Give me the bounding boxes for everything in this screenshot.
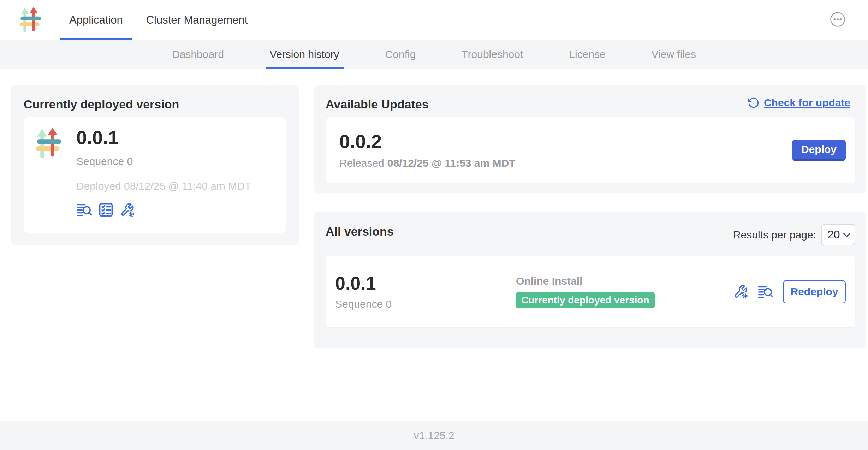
subnav-item-config[interactable]: Config bbox=[381, 40, 420, 69]
subnav-label-dashboard: Dashboard bbox=[172, 48, 224, 60]
update-version-number: 0.0.2 bbox=[339, 131, 516, 152]
available-updates-card: Available Updates Check for update 0.0.2… bbox=[314, 85, 866, 193]
app-logo bbox=[20, 0, 42, 40]
available-update-row: 0.0.2 Released08/12/25 @ 11:53 am MDT De… bbox=[326, 117, 855, 183]
update-released-timestamp: Released08/12/25 @ 11:53 am MDT bbox=[339, 157, 516, 169]
refresh-icon bbox=[748, 97, 760, 109]
version-row: 0.0.1 Sequence 0 Online Install Currentl… bbox=[326, 256, 855, 328]
subnav-label-view-files: View files bbox=[652, 48, 696, 60]
subnav-item-troubleshoot[interactable]: Troubleshoot bbox=[457, 40, 527, 69]
tab-application[interactable]: Application bbox=[60, 0, 132, 40]
version-row-status: Online Install Currently deployed versio… bbox=[516, 275, 655, 309]
currently-deployed-card: Currently deployed version 0.0.1 Sequenc… bbox=[11, 85, 299, 245]
view-logs-icon bbox=[757, 284, 774, 300]
version-row-actions: Redeploy bbox=[733, 280, 846, 303]
subnav-item-view-files[interactable]: View files bbox=[647, 40, 700, 69]
current-version-number: 0.0.1 bbox=[76, 127, 251, 148]
preflight-checks-icon bbox=[98, 202, 114, 218]
edit-config-icon bbox=[733, 284, 748, 300]
released-prefix: Released bbox=[339, 157, 384, 169]
view-logs-icon bbox=[76, 202, 93, 218]
current-version-actions bbox=[76, 202, 251, 218]
app-logo-icon bbox=[20, 7, 42, 33]
tab-application-label: Application bbox=[69, 14, 123, 26]
results-per-page: Results per page: 20 bbox=[733, 224, 855, 245]
kots-admin-console: Application Cluster Management Dashboard… bbox=[0, 0, 868, 450]
all-versions-card: All versions Results per page: 20 0.0. bbox=[314, 212, 866, 348]
ellipsis-icon bbox=[830, 12, 845, 27]
current-version-details: 0.0.1 Sequence 0 Deployed 08/12/25 @ 11:… bbox=[76, 127, 251, 223]
currently-deployed-version-panel: 0.0.1 Sequence 0 Deployed 08/12/25 @ 11:… bbox=[24, 117, 286, 233]
check-for-update-label: Check for update bbox=[764, 97, 850, 109]
currently-deployed-badge: Currently deployed version bbox=[516, 292, 655, 309]
version-history-page: Currently deployed version 0.0.1 Sequenc… bbox=[0, 69, 868, 421]
install-type-label: Online Install bbox=[516, 275, 655, 287]
console-footer: v1.125.2 bbox=[0, 421, 868, 450]
all-versions-title: All versions bbox=[326, 224, 394, 239]
overflow-menu-button[interactable] bbox=[830, 12, 845, 27]
chevron-down-icon bbox=[843, 233, 850, 237]
view-logs-button[interactable] bbox=[76, 202, 93, 218]
edit-config-button[interactable] bbox=[733, 284, 748, 300]
console-version: v1.125.2 bbox=[414, 430, 454, 442]
subnav-item-version-history[interactable]: Version history bbox=[266, 40, 344, 69]
check-for-update-link[interactable]: Check for update bbox=[748, 97, 850, 109]
right-column: Available Updates Check for update 0.0.2… bbox=[314, 85, 866, 421]
row-version-number: 0.0.1 bbox=[335, 273, 516, 293]
version-row-details: 0.0.1 Sequence 0 bbox=[335, 273, 516, 310]
subnav-label-config: Config bbox=[385, 48, 416, 60]
available-updates-title: Available Updates bbox=[326, 97, 429, 112]
subnav-label-version-history: Version history bbox=[270, 48, 339, 60]
currently-deployed-title: Currently deployed version bbox=[24, 97, 286, 112]
results-per-page-label: Results per page: bbox=[733, 229, 816, 241]
redeploy-button[interactable]: Redeploy bbox=[783, 280, 846, 303]
top-nav-bar: Application Cluster Management bbox=[0, 0, 868, 40]
app-subnav: Dashboard Version history Config Trouble… bbox=[0, 40, 868, 69]
edit-config-button[interactable] bbox=[119, 202, 135, 218]
subnav-label-troubleshoot: Troubleshoot bbox=[462, 48, 523, 60]
tab-cluster-management[interactable]: Cluster Management bbox=[137, 0, 257, 40]
update-details: 0.0.2 Released08/12/25 @ 11:53 am MDT bbox=[339, 131, 516, 169]
released-date: 08/12/25 @ 11:53 am MDT bbox=[387, 157, 516, 169]
current-version-sequence: Sequence 0 bbox=[76, 155, 251, 167]
deploy-button[interactable]: Deploy bbox=[792, 140, 846, 161]
row-version-sequence: Sequence 0 bbox=[335, 298, 516, 310]
subnav-label-license: License bbox=[569, 48, 605, 60]
results-per-page-value: 20 bbox=[827, 228, 840, 241]
app-logo-icon bbox=[36, 128, 62, 159]
view-logs-button[interactable] bbox=[757, 284, 774, 300]
results-per-page-select[interactable]: 20 bbox=[821, 224, 855, 245]
preflight-checks-button[interactable] bbox=[98, 202, 114, 218]
tab-cluster-management-label: Cluster Management bbox=[146, 14, 248, 26]
current-version-deployed-timestamp: Deployed 08/12/25 @ 11:40 am MDT bbox=[76, 180, 251, 192]
subnav-item-dashboard[interactable]: Dashboard bbox=[168, 40, 228, 69]
top-tabs: Application Cluster Management bbox=[60, 0, 257, 40]
subnav-item-license[interactable]: License bbox=[565, 40, 610, 69]
edit-config-icon bbox=[119, 202, 135, 218]
